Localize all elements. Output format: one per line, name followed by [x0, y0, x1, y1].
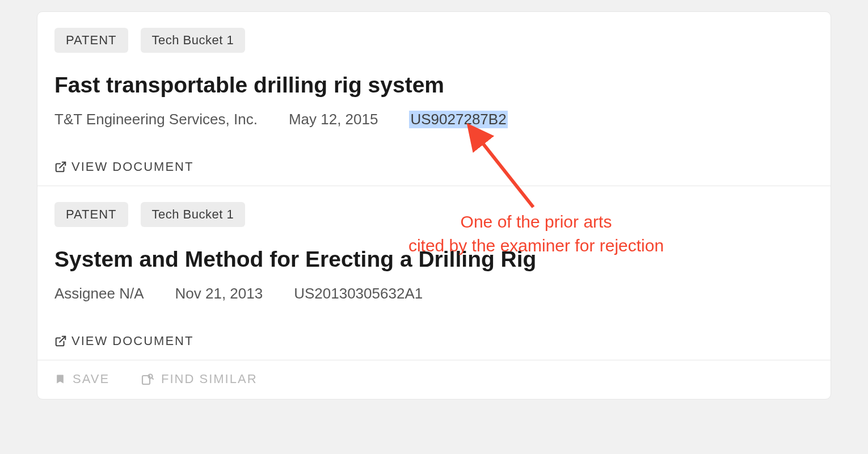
date: Nov 21, 2013 — [175, 285, 263, 302]
save-label: SAVE — [73, 372, 109, 386]
bucket-tag: Tech Bucket 1 — [141, 202, 246, 227]
external-link-icon — [54, 161, 67, 173]
footer-actions: SAVE FIND SIMILAR — [37, 360, 831, 399]
result-meta: T&T Engineering Services, Inc. May 12, 2… — [54, 111, 814, 128]
bookmark-icon — [54, 373, 66, 385]
bucket-tag: Tech Bucket 1 — [141, 28, 246, 53]
find-similar-icon — [141, 372, 154, 386]
save-button[interactable]: SAVE — [54, 372, 109, 386]
publication-number[interactable]: US9027287B2 — [409, 111, 507, 128]
svg-line-0 — [60, 162, 65, 168]
results-list: PATENT Tech Bucket 1 Fast transportable … — [37, 11, 831, 400]
result-title[interactable]: Fast transportable drilling rig system — [54, 73, 814, 98]
result-card: PATENT Tech Bucket 1 Fast transportable … — [37, 12, 831, 186]
find-similar-label: FIND SIMILAR — [161, 372, 257, 386]
svg-line-4 — [152, 377, 154, 379]
view-document-label: VIEW DOCUMENT — [71, 334, 193, 348]
result-title[interactable]: System and Method for Erecting a Drillin… — [54, 247, 814, 272]
tag-row: PATENT Tech Bucket 1 — [54, 202, 814, 227]
tag-row: PATENT Tech Bucket 1 — [54, 28, 814, 53]
type-tag: PATENT — [54, 28, 128, 53]
find-similar-button[interactable]: FIND SIMILAR — [141, 372, 257, 386]
assignee: Assignee N/A — [54, 285, 144, 302]
type-tag: PATENT — [54, 202, 128, 227]
publication-number[interactable]: US20130305632A1 — [294, 285, 423, 302]
date: May 12, 2015 — [289, 111, 378, 128]
svg-line-1 — [60, 336, 65, 342]
result-card: PATENT Tech Bucket 1 System and Method f… — [37, 186, 831, 360]
external-link-icon — [54, 335, 67, 347]
view-document-button[interactable]: VIEW DOCUMENT — [54, 334, 193, 348]
card-actions: VIEW DOCUMENT — [54, 334, 814, 348]
card-actions: VIEW DOCUMENT — [54, 159, 814, 174]
view-document-button[interactable]: VIEW DOCUMENT — [54, 159, 193, 174]
view-document-label: VIEW DOCUMENT — [71, 159, 193, 174]
result-meta: Assignee N/A Nov 21, 2013 US20130305632A… — [54, 285, 814, 302]
assignee: T&T Engineering Services, Inc. — [54, 111, 258, 128]
